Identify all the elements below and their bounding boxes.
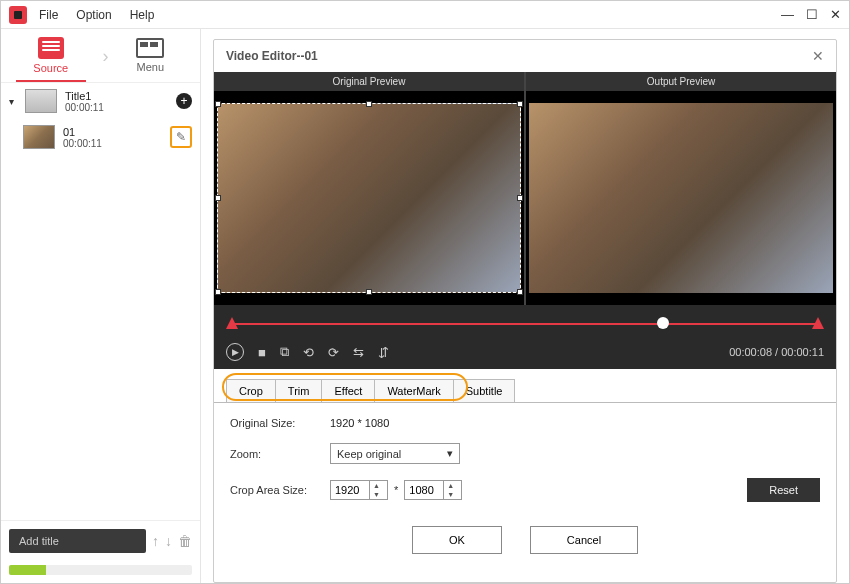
panel-title: Video Editor--01: [226, 49, 318, 63]
minimize-button[interactable]: —: [781, 7, 794, 22]
crop-height-field[interactable]: [405, 481, 443, 499]
tab-effect[interactable]: Effect: [321, 379, 375, 402]
crop-area-label: Crop Area Size:: [230, 484, 330, 496]
chevron-down-icon: ▾: [447, 447, 453, 460]
preview-label: Original Preview: [214, 72, 524, 91]
ok-button[interactable]: OK: [412, 526, 502, 554]
output-preview: Output Preview: [526, 72, 836, 305]
zoom-value: Keep original: [337, 448, 401, 460]
cancel-button[interactable]: Cancel: [530, 526, 638, 554]
progress-bar: [9, 565, 192, 575]
flip-vertical-icon[interactable]: ⇵: [378, 345, 389, 360]
move-down-icon[interactable]: ↓: [165, 533, 172, 549]
rotate-left-icon[interactable]: ⟲: [303, 345, 314, 360]
menu-option[interactable]: Option: [76, 8, 111, 22]
timecode: 00:00:08 / 00:00:11: [729, 346, 824, 358]
editor-tabs: Crop Trim Effect WaterMark Subtitle: [214, 369, 836, 402]
app-icon: [9, 6, 27, 24]
thumbnail-icon: [23, 125, 55, 149]
trim-end-handle[interactable]: [812, 317, 824, 329]
crop-handle[interactable]: [215, 195, 221, 201]
rotate-right-icon[interactable]: ⟳: [328, 345, 339, 360]
tab-subtitle[interactable]: Subtitle: [453, 379, 516, 402]
menu-help[interactable]: Help: [130, 8, 155, 22]
tab-trim[interactable]: Trim: [275, 379, 323, 402]
crop-handle[interactable]: [366, 101, 372, 107]
tab-menu[interactable]: Menu: [101, 29, 201, 82]
preview-image-original[interactable]: [217, 103, 521, 293]
zoom-label: Zoom:: [230, 448, 330, 460]
video-editor-panel: Video Editor--01 ✕ Original Preview: [213, 39, 837, 583]
original-size-value: 1920 * 1080: [330, 417, 389, 429]
move-up-icon[interactable]: ↑: [152, 533, 159, 549]
tab-menu-label: Menu: [136, 61, 164, 73]
tab-source[interactable]: Source ›: [1, 29, 101, 82]
tab-watermark[interactable]: WaterMark: [374, 379, 453, 402]
title-bar: File Option Help — ☐ ✕: [1, 1, 849, 29]
stop-button[interactable]: ■: [258, 345, 266, 360]
preview-image-output: [529, 103, 833, 293]
item-time: 00:00:11: [63, 138, 102, 149]
add-title-button[interactable]: Add title: [9, 529, 146, 553]
list-item[interactable]: ▾ Title1 00:00:11 +: [1, 83, 200, 119]
step-down-icon[interactable]: ▼: [444, 490, 457, 499]
source-icon: [38, 37, 64, 59]
crop-settings: Original Size: 1920 * 1080 Zoom: Keep or…: [214, 402, 836, 516]
crop-handle[interactable]: [366, 289, 372, 295]
menu-bar: File Option Help: [39, 8, 154, 22]
step-down-icon[interactable]: ▼: [370, 490, 383, 499]
close-button[interactable]: ✕: [830, 7, 841, 22]
crop-handle[interactable]: [215, 289, 221, 295]
close-icon[interactable]: ✕: [812, 48, 824, 64]
list-item[interactable]: 01 00:00:11 ✎: [1, 119, 200, 155]
tab-crop[interactable]: Crop: [226, 379, 276, 402]
timeline-line: [230, 323, 820, 325]
thumbnail-icon: [25, 89, 57, 113]
preview-label: Output Preview: [526, 72, 836, 91]
window-controls: — ☐ ✕: [781, 7, 841, 22]
item-title: 01: [63, 126, 102, 138]
crop-width-field[interactable]: [331, 481, 369, 499]
crop-height-input[interactable]: ▲▼: [404, 480, 462, 500]
step-up-icon[interactable]: ▲: [370, 481, 383, 490]
item-time: 00:00:11: [65, 102, 104, 113]
crop-handle[interactable]: [517, 289, 523, 295]
tab-source-label: Source: [33, 62, 68, 74]
zoom-select[interactable]: Keep original ▾: [330, 443, 460, 464]
menu-file[interactable]: File: [39, 8, 58, 22]
reset-button[interactable]: Reset: [747, 478, 820, 502]
item-title: Title1: [65, 90, 104, 102]
menu-icon: [136, 38, 164, 58]
crop-handle[interactable]: [517, 101, 523, 107]
timeline: ▶ ■ ⧉ ⟲ ⟳ ⇆ ⇵ 00:00:08 / 00:00:11: [214, 305, 836, 369]
flip-horizontal-icon[interactable]: ⇆: [353, 345, 364, 360]
caret-down-icon[interactable]: ▾: [9, 96, 17, 107]
delete-icon[interactable]: 🗑: [178, 533, 192, 549]
maximize-button[interactable]: ☐: [806, 7, 818, 22]
edit-button[interactable]: ✎: [170, 126, 192, 148]
snapshot-button[interactable]: ⧉: [280, 344, 289, 360]
crop-handle[interactable]: [517, 195, 523, 201]
sidebar: Source › Menu ▾ Title1 00:00:11 +: [1, 29, 201, 583]
original-size-label: Original Size:: [230, 417, 330, 429]
original-preview: Original Preview: [214, 72, 526, 305]
crop-handle[interactable]: [215, 101, 221, 107]
timeline-track[interactable]: [226, 315, 824, 333]
playhead[interactable]: [657, 317, 669, 329]
source-list: ▾ Title1 00:00:11 + 01 00:00:11 ✎: [1, 83, 200, 520]
step-up-icon[interactable]: ▲: [444, 481, 457, 490]
multiply-label: *: [394, 484, 398, 496]
add-button[interactable]: +: [176, 93, 192, 109]
crop-width-input[interactable]: ▲▼: [330, 480, 388, 500]
play-button[interactable]: ▶: [226, 343, 244, 361]
